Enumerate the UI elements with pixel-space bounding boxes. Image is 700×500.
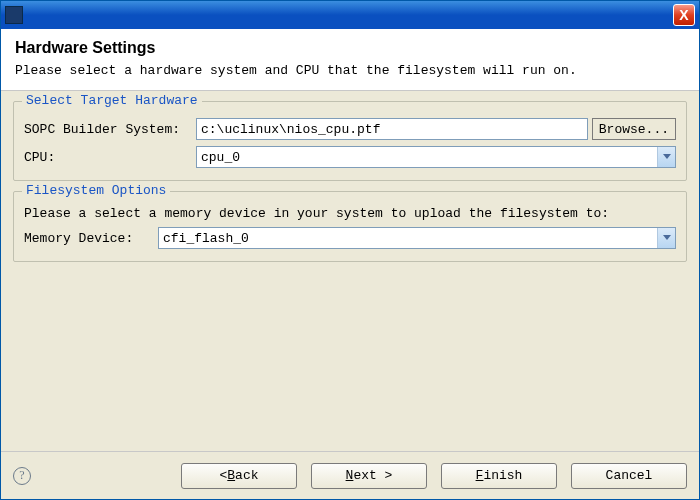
wizard-window: X Hardware Settings Please select a hard… bbox=[0, 0, 700, 500]
chevron-down-icon bbox=[657, 228, 675, 248]
page-title: Hardware Settings bbox=[15, 39, 685, 57]
help-icon[interactable]: ? bbox=[13, 467, 31, 485]
close-icon: X bbox=[679, 7, 688, 23]
finish-mnemonic: F bbox=[476, 468, 484, 483]
cpu-row: CPU: cpu_0 bbox=[24, 146, 676, 168]
memory-device-select-value: cfi_flash_0 bbox=[163, 231, 249, 246]
finish-rest: inish bbox=[483, 468, 522, 483]
app-icon bbox=[5, 6, 23, 24]
back-rest: ack bbox=[235, 468, 258, 483]
finish-button[interactable]: Finish bbox=[441, 463, 557, 489]
next-rest: ext > bbox=[353, 468, 392, 483]
chevron-down-icon bbox=[657, 147, 675, 167]
sopc-label: SOPC Builder System: bbox=[24, 122, 192, 137]
cpu-label: CPU: bbox=[24, 150, 192, 165]
next-button[interactable]: Next > bbox=[311, 463, 427, 489]
group-filesystem-options-legend: Filesystem Options bbox=[22, 183, 170, 198]
memory-device-label: Memory Device: bbox=[24, 231, 154, 246]
group-filesystem-options: Filesystem Options Please a select a mem… bbox=[13, 191, 687, 262]
titlebar: X bbox=[1, 1, 699, 29]
sopc-row: SOPC Builder System: Browse... bbox=[24, 118, 676, 140]
cancel-button[interactable]: Cancel bbox=[571, 463, 687, 489]
cpu-select[interactable]: cpu_0 bbox=[196, 146, 676, 168]
filesystem-desc: Please a select a memory device in your … bbox=[24, 206, 676, 221]
cpu-select-value: cpu_0 bbox=[201, 150, 240, 165]
header-area: Hardware Settings Please select a hardwa… bbox=[1, 29, 699, 91]
content-area: Select Target Hardware SOPC Builder Syst… bbox=[1, 91, 699, 451]
footer-bar: ? < Back Next > Finish Cancel bbox=[1, 451, 699, 499]
memory-device-select[interactable]: cfi_flash_0 bbox=[158, 227, 676, 249]
next-mnemonic: N bbox=[346, 468, 354, 483]
browse-button[interactable]: Browse... bbox=[592, 118, 676, 140]
memory-row: Memory Device: cfi_flash_0 bbox=[24, 227, 676, 249]
group-target-hardware: Select Target Hardware SOPC Builder Syst… bbox=[13, 101, 687, 181]
back-mnemonic: B bbox=[227, 468, 235, 483]
back-prefix: < bbox=[219, 468, 227, 483]
sopc-builder-system-input[interactable] bbox=[196, 118, 588, 140]
back-button[interactable]: < Back bbox=[181, 463, 297, 489]
close-button[interactable]: X bbox=[673, 4, 695, 26]
group-target-hardware-legend: Select Target Hardware bbox=[22, 93, 202, 108]
page-subtitle: Please select a hardware system and CPU … bbox=[15, 63, 685, 78]
help-glyph: ? bbox=[19, 468, 24, 483]
cancel-label: Cancel bbox=[606, 468, 653, 483]
